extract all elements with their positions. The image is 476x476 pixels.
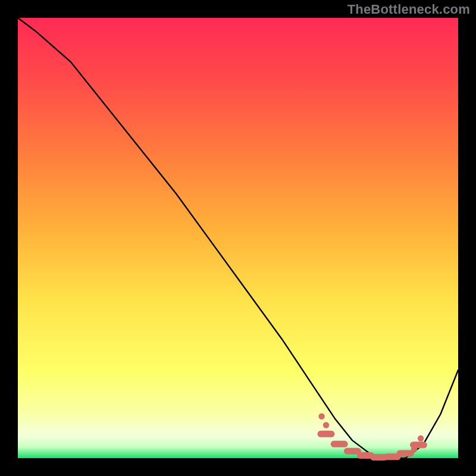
watermark-text: TheBottleneck.com (347, 2, 470, 17)
optimal-marker (318, 414, 324, 419)
optimal-marker (418, 436, 424, 441)
optimal-marker (323, 422, 329, 428)
optimal-marker (411, 446, 417, 452)
chart-container: TheBottleneck.com (0, 0, 476, 476)
plot-area (18, 18, 458, 458)
chart-svg (0, 0, 476, 476)
